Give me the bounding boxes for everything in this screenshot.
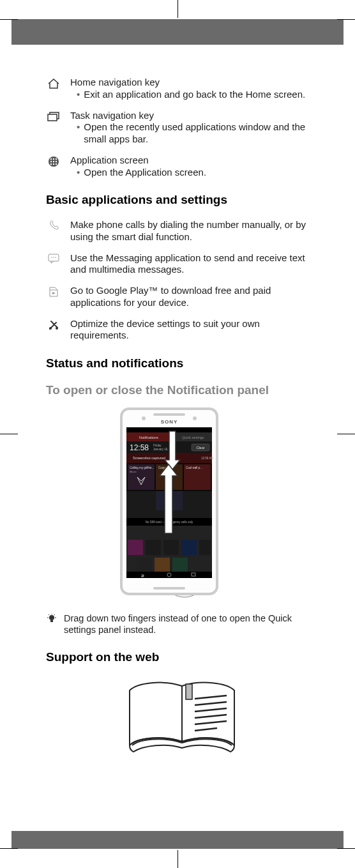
- svg-rect-40: [163, 540, 179, 555]
- app-settings-text: Optimize the device settings to suit you…: [70, 318, 260, 341]
- svg-point-15: [49, 327, 52, 330]
- svg-rect-35: [184, 491, 211, 510]
- book-illustration: [46, 676, 318, 759]
- svg-rect-33: [128, 491, 155, 510]
- svg-point-10: [56, 164, 57, 165]
- notification-1-time: 12:58 AM: [201, 457, 213, 460]
- svg-point-2: [50, 158, 52, 160]
- nav-apps-bullet: Open the Application screen.: [84, 167, 206, 179]
- svg-point-20: [142, 416, 146, 420]
- svg-point-5: [50, 161, 52, 162]
- svg-point-21: [193, 416, 197, 420]
- app-messaging-item: Use the Messaging application to send an…: [46, 252, 318, 277]
- nav-task-bullet: Open the recently used applications wind…: [84, 121, 318, 146]
- app-play-item: Go to Google Play™ to download free and …: [46, 285, 318, 309]
- svg-point-14: [55, 257, 56, 258]
- page-content: Home navigation key Exit an application …: [5, 45, 350, 794]
- svg-rect-49: [153, 587, 185, 590]
- svg-point-7: [56, 161, 57, 162]
- heading-basic-apps: Basic applications and settings: [46, 192, 318, 208]
- svg-point-8: [50, 164, 52, 165]
- phone-time: 12:58: [130, 443, 149, 452]
- svg-point-4: [56, 158, 57, 160]
- svg-rect-0: [48, 114, 57, 121]
- svg-point-9: [53, 164, 54, 165]
- svg-rect-58: [186, 684, 192, 699]
- app-play-text: Go to Google Play™ to download free and …: [70, 285, 271, 308]
- app-messaging-text: Use the Messaging application to send an…: [70, 252, 305, 275]
- tab-quick-settings: Quick settings: [182, 436, 204, 439]
- tip-bulb-icon: [46, 613, 57, 636]
- messaging-icon: [46, 252, 61, 277]
- notification-1: Screenshot captured.: [133, 456, 167, 460]
- app-phone-item: Make phone calls by dialing the number m…: [46, 219, 318, 243]
- svg-point-3: [53, 158, 54, 160]
- tile-call: Calling my girlfrie…: [130, 466, 155, 469]
- settings-icon: [46, 318, 61, 342]
- svg-point-16: [56, 327, 58, 330]
- nav-task-title: Task navigation key: [70, 110, 318, 122]
- svg-rect-45: [172, 558, 188, 572]
- app-phone-text: Make phone calls by dialing the number m…: [70, 219, 306, 242]
- footer-bar: [11, 831, 344, 849]
- svg-rect-51: [50, 620, 53, 622]
- phone-illustration: SONY Notifications Quick settings 12:58 …: [46, 406, 318, 604]
- phone-icon: [46, 219, 61, 243]
- nav-home-bullet: Exit an application and go back to the H…: [84, 89, 305, 101]
- svg-point-12: [51, 257, 52, 258]
- svg-rect-42: [199, 540, 211, 555]
- tile-call-sub: Movie: [130, 470, 137, 473]
- clear-button: Clear: [196, 446, 204, 450]
- heading-status: Status and notifications: [46, 356, 318, 371]
- svg-rect-39: [146, 540, 161, 555]
- nav-home-item: Home navigation key Exit an application …: [46, 77, 318, 101]
- nav-apps-title: Application screen: [70, 155, 318, 167]
- tile-wall: Cool wall p…: [186, 466, 203, 469]
- svg-rect-19: [153, 413, 185, 416]
- header-bar: [11, 19, 344, 45]
- svg-rect-43: [137, 558, 152, 572]
- svg-rect-41: [181, 540, 197, 555]
- home-icon: [46, 77, 61, 101]
- heading-notification-panel: To open or close the Notification panel: [46, 383, 318, 398]
- svg-rect-44: [155, 558, 170, 572]
- phone-brand: SONY: [161, 419, 178, 425]
- app-grid-icon: [46, 155, 61, 179]
- tip-text: Drag down two fingers instead of one to …: [64, 613, 292, 635]
- nav-apps-item: Application screen Open the Application …: [46, 155, 318, 179]
- tip-item: Drag down two fingers instead of one to …: [46, 613, 318, 636]
- tab-notifications: Notifications: [139, 436, 158, 439]
- svg-point-50: [49, 615, 54, 620]
- play-store-icon: [46, 285, 61, 309]
- svg-rect-38: [128, 540, 143, 555]
- task-icon: [46, 110, 61, 146]
- phone-date-top: Friday: [153, 444, 162, 447]
- nav-task-item: Task navigation key Open the recently us…: [46, 110, 318, 146]
- nav-home-title: Home navigation key: [70, 77, 318, 89]
- svg-point-13: [53, 257, 54, 258]
- heading-support-web: Support on the web: [46, 650, 318, 665]
- app-settings-item: Optimize the device settings to suit you…: [46, 318, 318, 342]
- svg-point-6: [53, 161, 54, 162]
